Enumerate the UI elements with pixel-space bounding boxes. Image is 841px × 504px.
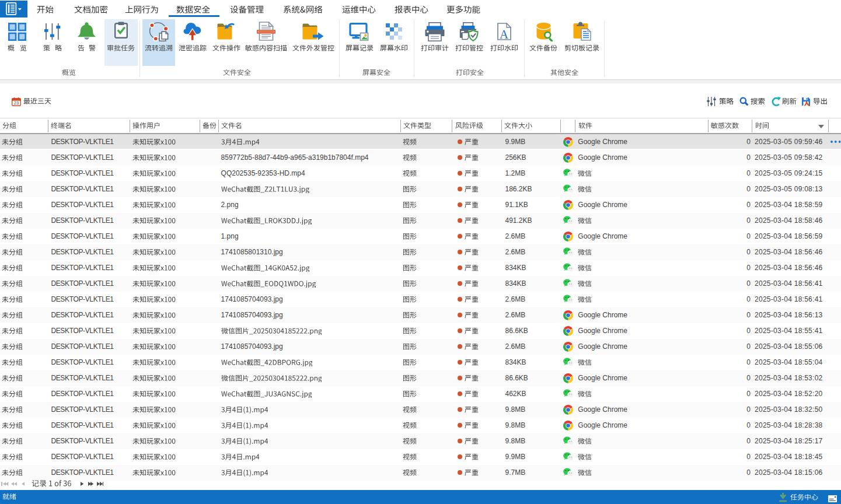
svg-text:23: 23 bbox=[13, 100, 18, 106]
